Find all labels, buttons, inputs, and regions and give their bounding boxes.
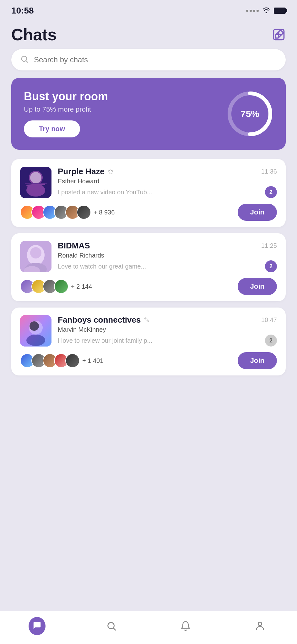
chat-preview-purple-haze: I posted a new video on YouTub... <box>58 189 152 196</box>
join-button-fanboys[interactable]: Join <box>238 352 277 369</box>
compose-button[interactable] <box>272 28 286 42</box>
profile-nav-icon <box>251 618 268 635</box>
member-avatars-purple-haze <box>20 205 88 219</box>
unread-badge-purple-haze: 2 <box>265 186 277 198</box>
chat-card-fanboys[interactable]: Fanboys connectives ✎ 10:47 Marvin McKin… <box>11 308 286 375</box>
svg-rect-9 <box>25 183 47 184</box>
status-time: 10:58 <box>11 6 34 16</box>
chat-sender-purple-haze: Esther Howard <box>58 178 277 185</box>
join-button-purple-haze[interactable]: Join <box>238 204 277 221</box>
chat-name-bidmas: BIDMAS <box>58 241 90 251</box>
svg-point-13 <box>30 247 41 258</box>
chat-info-bidmas: BIDMAS 11:25 Ronald Richards Love to wat… <box>58 241 277 272</box>
svg-point-7 <box>30 172 41 183</box>
member-avatar <box>65 353 80 368</box>
chat-preview-fanboys: I love to review our joint family p... <box>58 337 152 344</box>
search-icon <box>20 55 29 65</box>
promo-card: Bust your room Up to 75% more profit Try… <box>11 78 286 150</box>
search-bar[interactable] <box>11 49 286 70</box>
star-icon-purple-haze: ✩ <box>108 168 113 176</box>
chat-card-bidmas[interactable]: BIDMAS 11:25 Ronald Richards Love to wat… <box>11 233 286 301</box>
promo-percent: 75% <box>240 108 259 119</box>
chat-time-bidmas: 11:25 <box>261 242 277 249</box>
chat-time-fanboys: 10:47 <box>261 316 277 324</box>
search-bar-container <box>0 49 297 78</box>
chat-time-purple-haze: 11:36 <box>261 168 277 175</box>
wifi-icon <box>262 7 271 14</box>
signal-icon <box>246 10 259 12</box>
chat-nav-icon <box>29 617 46 635</box>
search-input[interactable] <box>34 55 277 64</box>
member-count-bidmas: + 2 144 <box>71 283 92 290</box>
chat-preview-bidmas: Love to watch our great game... <box>58 263 146 270</box>
chat-avatar-purple-haze <box>20 167 51 198</box>
nav-item-notifications[interactable] <box>177 618 194 635</box>
member-avatar <box>77 205 91 219</box>
join-button-bidmas[interactable]: Join <box>238 278 277 295</box>
promo-subtitle: Up to 75% more profit <box>24 105 108 114</box>
page-title: Chats <box>11 25 57 44</box>
battery-icon <box>274 8 286 14</box>
status-icons <box>246 7 286 14</box>
chat-list: Purple Haze ✩ 11:36 Esther Howard I post… <box>0 159 297 413</box>
chat-sender-fanboys: Marvin McKinney <box>58 326 277 333</box>
promo-content: Bust your room Up to 75% more profit Try… <box>24 90 108 137</box>
chat-name-fanboys: Fanboys connectives <box>58 315 141 325</box>
nav-item-profile[interactable] <box>251 618 268 635</box>
nav-item-search[interactable] <box>103 618 120 635</box>
chat-info-fanboys: Fanboys connectives ✎ 10:47 Marvin McKin… <box>58 315 277 347</box>
nav-item-chats[interactable] <box>29 618 46 635</box>
member-count-purple-haze: + 8 936 <box>94 209 115 216</box>
chat-sender-bidmas: Ronald Richards <box>58 252 277 259</box>
member-avatars-bidmas <box>20 279 65 294</box>
chat-avatar-bidmas <box>20 241 51 272</box>
unread-badge-fanboys: 2 <box>265 335 277 347</box>
member-avatars-fanboys <box>20 353 77 368</box>
search-nav-icon <box>103 618 120 635</box>
pencil-icon-fanboys: ✎ <box>144 316 149 324</box>
svg-point-18 <box>30 321 39 331</box>
svg-point-21 <box>258 622 262 625</box>
chat-name-purple-haze: Purple Haze <box>58 167 105 176</box>
bell-nav-icon <box>177 618 194 635</box>
member-count-fanboys: + 1 401 <box>82 357 103 364</box>
chat-card-purple-haze[interactable]: Purple Haze ✩ 11:36 Esther Howard I post… <box>11 159 286 227</box>
svg-point-19 <box>26 335 45 346</box>
bottom-nav <box>0 611 297 644</box>
promo-try-now-button[interactable]: Try now <box>24 120 80 137</box>
header: Chats <box>0 19 297 49</box>
chat-avatar-fanboys <box>20 315 51 347</box>
unread-badge-bidmas: 2 <box>265 260 277 272</box>
status-bar: 10:58 <box>0 0 297 19</box>
chat-info-purple-haze: Purple Haze ✩ 11:36 Esther Howard I post… <box>58 167 277 198</box>
member-avatar <box>54 279 68 294</box>
promo-title: Bust your room <box>24 90 108 103</box>
promo-chart: 75% <box>225 89 275 139</box>
